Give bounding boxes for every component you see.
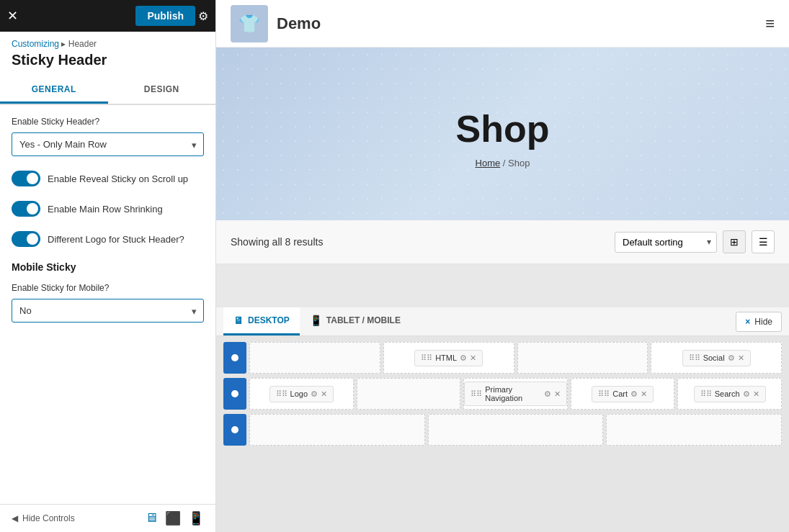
cart-component: ⠿⠿ Cart ⚙ ✕ (592, 386, 654, 402)
html-remove-icon[interactable]: ✕ (470, 353, 476, 363)
hero-section: Shop Home / Shop (216, 48, 789, 220)
desktop-tab-icon: 🖥 (233, 315, 244, 326)
hero-breadcrumb: Home / Shop (476, 158, 530, 168)
row2-search: ⠿⠿ Search ⚙ ✕ (677, 378, 782, 410)
mobile-select[interactable]: No Yes (12, 299, 204, 323)
builder-area: 🖥 DESKTOP 📱 TABLET / MOBILE × Hide (216, 307, 789, 532)
tablet-mobile-tab-icon: 📱 (310, 315, 322, 326)
mobile-select-wrap: No Yes (12, 299, 204, 323)
list-view-button[interactable]: ☰ (752, 230, 775, 253)
row3-cell1[interactable] (249, 414, 425, 446)
top-bar: ✕ Publish ⚙ (0, 0, 215, 32)
sticky-header-select-wrap: No Yes - Only Main Row Yes - All Rows (12, 132, 204, 156)
site-name: Demo (277, 14, 321, 33)
panel-footer: ◀ Hide Controls 🖥 ⬛ 📱 (0, 504, 215, 532)
logo-component: ⠿⠿ Logo ⚙ ✕ (269, 386, 334, 402)
device-icons: 🖥 ⬛ 📱 (145, 510, 204, 526)
search-remove-icon[interactable]: ✕ (753, 389, 759, 399)
row3-cell3[interactable] (606, 414, 782, 446)
row1-cell1[interactable] (249, 342, 380, 374)
btab-desktop[interactable]: 🖥 DESKTOP (223, 307, 300, 335)
reveal-sticky-row: Enable Reveal Sticky on Scroll up (12, 171, 204, 186)
publish-button[interactable]: Publish (135, 6, 195, 26)
left-panel: ✕ Publish ⚙ Customizing ▸ Header Sticky … (0, 0, 216, 532)
logo-remove-icon[interactable]: ✕ (321, 389, 327, 399)
row2-cell2[interactable] (357, 378, 461, 410)
hide-button[interactable]: × Hide (736, 312, 782, 332)
row1-cell3[interactable] (517, 342, 648, 374)
hide-x-icon: × (745, 317, 750, 327)
search-drag-handle[interactable]: ⠿⠿ (700, 389, 712, 399)
hero-breadcrumb-home[interactable]: Home (476, 158, 501, 168)
primary-nav-remove-icon[interactable]: ✕ (554, 389, 561, 399)
publish-gear-button[interactable]: ⚙ (198, 9, 208, 23)
row2-cart: ⠿⠿ Cart ⚙ ✕ (571, 378, 675, 410)
row-handle-3[interactable] (223, 414, 246, 446)
social-component: ⠿⠿ Social ⚙ ✕ (682, 350, 751, 366)
social-gear-icon[interactable]: ⚙ (728, 353, 735, 363)
cart-gear-icon[interactable]: ⚙ (630, 389, 638, 399)
row2-primary-nav: ⠿⠿ Primary Navigation ⚙ ✕ (463, 378, 568, 410)
hide-controls-button[interactable]: ◀ Hide Controls (12, 513, 75, 523)
different-logo-row: Different Logo for Stuck Header? (12, 231, 204, 247)
cart-label: Cart (612, 389, 628, 398)
shop-title: Shop (456, 107, 550, 150)
table-row (223, 414, 782, 446)
sort-select[interactable]: Default sorting Sort by popularity Sort … (615, 232, 717, 253)
primary-nav-gear-icon[interactable]: ⚙ (544, 389, 551, 399)
tablet-icon[interactable]: ⬛ (165, 510, 181, 526)
page-title: Sticky Header (0, 49, 215, 77)
sort-wrap: Default sorting Sort by popularity Sort … (615, 232, 717, 253)
breadcrumb-separator: ▸ (61, 39, 68, 49)
shop-toolbar: Showing all 8 results Default sorting So… (216, 220, 789, 264)
search-gear-icon[interactable]: ⚙ (743, 389, 750, 399)
right-panel: 👕 Demo ≡ Shop Home / Shop Showing all 8 … (216, 0, 789, 532)
breadcrumb-current: Header (68, 39, 97, 49)
different-logo-toggle[interactable] (12, 231, 40, 247)
tabs: GENERAL DESIGN (0, 77, 215, 105)
row-handle-2[interactable] (223, 378, 246, 410)
sticky-header-select[interactable]: No Yes - Only Main Row Yes - All Rows (12, 132, 204, 156)
logo-gear-icon[interactable]: ⚙ (311, 389, 318, 399)
row1-html: ⠿⠿ HTML ⚙ ✕ (383, 342, 514, 374)
html-component: ⠿⠿ HTML ⚙ ✕ (414, 350, 483, 366)
tablet-mobile-tab-label: TABLET / MOBILE (326, 315, 401, 325)
desktop-icon[interactable]: 🖥 (145, 510, 158, 526)
row3-cell2[interactable] (428, 414, 604, 446)
close-button[interactable]: ✕ (7, 8, 18, 24)
social-label: Social (703, 353, 725, 362)
tab-design[interactable]: DESIGN (108, 77, 216, 104)
breadcrumb-parent[interactable]: Customizing (12, 39, 59, 49)
html-label: HTML (435, 353, 457, 362)
hide-controls-label: Hide Controls (22, 513, 75, 523)
primary-nav-label: Primary Navigation (485, 385, 541, 402)
publish-area: Publish ⚙ (135, 6, 208, 26)
html-drag-handle[interactable]: ⠿⠿ (421, 353, 432, 363)
mobile-icon[interactable]: 📱 (188, 510, 204, 526)
hamburger-icon[interactable]: ≡ (765, 14, 775, 33)
grid-view-button[interactable]: ⊞ (723, 230, 746, 253)
svg-point-2 (231, 426, 239, 433)
mobile-enable-label: Enable Sticky for Mobile? (12, 283, 204, 293)
social-drag-handle[interactable]: ⠿⠿ (689, 353, 700, 363)
html-gear-icon[interactable]: ⚙ (460, 353, 467, 363)
cart-drag-handle[interactable]: ⠿⠿ (598, 389, 610, 399)
site-header: 👕 Demo ≡ (216, 0, 789, 48)
reveal-sticky-label: Enable Reveal Sticky on Scroll up (48, 173, 188, 184)
logo-label: Logo (290, 389, 308, 398)
tab-general[interactable]: GENERAL (0, 77, 108, 104)
main-row-shrink-toggle[interactable] (12, 201, 40, 217)
row-handle-1[interactable] (223, 342, 246, 374)
logo-drag-handle[interactable]: ⠿⠿ (276, 389, 287, 399)
hero-breadcrumb-sep: / (503, 158, 508, 168)
breadcrumb: Customizing ▸ Header (0, 32, 215, 49)
primary-nav-drag-handle[interactable]: ⠿⠿ (471, 389, 482, 399)
btab-tablet-mobile[interactable]: 📱 TABLET / MOBILE (300, 307, 411, 335)
reveal-sticky-toggle[interactable] (12, 171, 40, 186)
social-remove-icon[interactable]: ✕ (738, 353, 744, 363)
toolbar-right: Default sorting Sort by popularity Sort … (615, 230, 775, 253)
svg-point-0 (231, 354, 239, 361)
main-row-shrink-row: Enable Main Row Shrinking (12, 201, 204, 217)
cart-remove-icon[interactable]: ✕ (641, 389, 647, 399)
mobile-sticky-heading: Mobile Sticky (12, 261, 204, 273)
